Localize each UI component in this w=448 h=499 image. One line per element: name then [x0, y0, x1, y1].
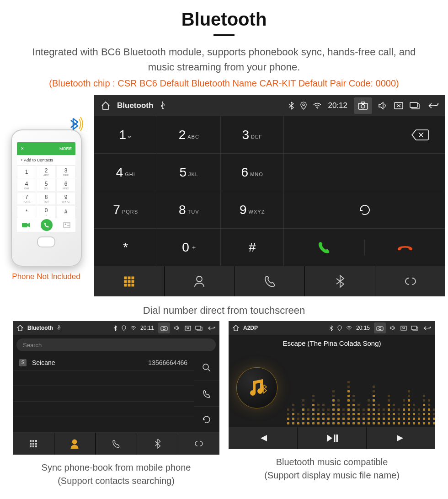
empty-row: [13, 386, 194, 402]
svg-rect-17: [124, 280, 127, 283]
key-9[interactable]: 9WXYZ: [221, 191, 284, 229]
tab-call-log[interactable]: [235, 266, 305, 296]
recent-apps-icon[interactable]: [411, 326, 418, 331]
backspace-button[interactable]: [284, 116, 445, 154]
tab-pair[interactable]: [375, 266, 445, 296]
call-button[interactable]: [284, 240, 365, 255]
tab-bluetooth[interactable]: [137, 433, 179, 455]
prev-track-button[interactable]: [229, 427, 298, 449]
svg-point-23: [197, 276, 202, 282]
close-app-icon[interactable]: [185, 326, 191, 331]
svg-point-24: [59, 325, 59, 326]
svg-rect-37: [35, 443, 37, 445]
close-app-icon[interactable]: [400, 326, 407, 331]
screenshot-icon[interactable]: [158, 322, 170, 333]
hangup-button[interactable]: [365, 240, 445, 255]
home-icon[interactable]: [232, 324, 240, 332]
phone-caption: Phone Not Included: [12, 272, 80, 281]
bluetooth-icon: [288, 102, 294, 110]
svg-rect-39: [32, 445, 34, 447]
volume-icon[interactable]: [390, 325, 396, 331]
back-icon[interactable]: [207, 326, 216, 331]
svg-rect-14: [124, 277, 127, 279]
play-pause-button[interactable]: [298, 427, 367, 449]
tab-dialpad[interactable]: [13, 433, 54, 455]
svg-rect-35: [30, 443, 32, 445]
search-icon[interactable]: [194, 355, 219, 381]
status-bar: Bluetooth 20:12: [94, 95, 445, 116]
volume-icon[interactable]: [379, 102, 388, 110]
key-7[interactable]: 7PQRS: [94, 191, 157, 229]
tab-bluetooth[interactable]: [305, 266, 375, 296]
redial-button[interactable]: [284, 191, 445, 229]
next-track-button[interactable]: [367, 427, 435, 449]
phonebook-caption: Sync phone-book from mobile phone (Suppo…: [13, 461, 219, 488]
screenshot-icon[interactable]: [354, 97, 372, 114]
bottom-bar: [94, 266, 445, 296]
phone-key: 3DEF: [56, 166, 75, 178]
phone-key: *: [17, 205, 36, 218]
tab-contacts[interactable]: [165, 266, 235, 296]
usb-icon: [160, 102, 166, 110]
svg-point-5: [162, 102, 163, 102]
svg-rect-49: [336, 435, 338, 442]
contact-name: Seicane: [32, 359, 55, 366]
phone-key: 1: [17, 166, 36, 178]
svg-point-2: [64, 224, 66, 225]
wifi-icon: [346, 326, 352, 330]
recent-apps-icon[interactable]: [410, 102, 420, 109]
contact-row[interactable]: S Seicane 13566664466: [13, 355, 194, 370]
empty-cell: [284, 154, 445, 191]
search-input[interactable]: Search: [16, 338, 216, 351]
svg-point-31: [203, 364, 208, 370]
phone-key: 6MNO: [56, 179, 75, 192]
wifi-icon: [130, 326, 136, 330]
key-5[interactable]: 5JKL: [157, 154, 220, 191]
svg-rect-20: [124, 284, 127, 286]
screenshot-icon[interactable]: [374, 322, 386, 333]
svg-rect-36: [32, 443, 34, 445]
svg-rect-26: [161, 327, 167, 331]
tab-pair[interactable]: [178, 433, 219, 455]
phone-key: 8TUV: [37, 192, 56, 205]
tab-call-log[interactable]: [96, 433, 137, 455]
volume-icon[interactable]: [174, 325, 181, 331]
back-icon[interactable]: [426, 102, 439, 109]
key-star[interactable]: *: [94, 229, 157, 266]
equalizer: [287, 367, 429, 424]
svg-point-25: [133, 329, 134, 330]
page-title: Bluetooth: [0, 9, 448, 30]
key-hash[interactable]: #: [221, 229, 284, 266]
svg-rect-15: [128, 277, 130, 279]
tab-dialpad[interactable]: [94, 266, 165, 296]
svg-rect-32: [30, 440, 32, 442]
bluetooth-icon: [329, 325, 333, 331]
phone-keypad: 12ABC3DEF4GHI5JKL6MNO7PQRS8TUV9WXYZ*0+#: [17, 166, 75, 218]
key-8[interactable]: 8TUV: [157, 191, 220, 229]
phone-home-button: [37, 236, 55, 247]
svg-rect-21: [128, 284, 130, 286]
svg-rect-47: [411, 326, 416, 329]
key-2[interactable]: 2ABC: [157, 116, 220, 154]
key-1[interactable]: 1∞: [94, 116, 157, 154]
bluetooth-music-icon: [237, 368, 277, 408]
svg-point-41: [72, 440, 77, 444]
spec-line: (Bluetooth chip : CSR BC6 Default Blueto…: [0, 78, 448, 89]
home-icon[interactable]: [101, 101, 111, 111]
close-app-icon[interactable]: [394, 102, 403, 109]
tab-contacts[interactable]: [54, 433, 96, 455]
back-icon[interactable]: [422, 326, 432, 331]
key-3[interactable]: 3DEF: [221, 116, 284, 154]
call-icon[interactable]: [194, 381, 219, 407]
key-0[interactable]: 0+: [157, 229, 220, 266]
page-description: Integrated with BC6 Bluetooth module, su…: [0, 44, 448, 75]
home-icon[interactable]: [16, 324, 24, 332]
sync-icon[interactable]: [194, 407, 219, 433]
wifi-icon: [313, 102, 321, 109]
recent-apps-icon[interactable]: [195, 326, 203, 331]
phonebook-panel: Bluetooth 20:11 Search: [13, 321, 219, 455]
status-time: 20:12: [328, 101, 347, 110]
key-6[interactable]: 6MNO: [221, 154, 284, 191]
key-4[interactable]: 4GHI: [94, 154, 157, 191]
svg-point-42: [349, 329, 350, 330]
